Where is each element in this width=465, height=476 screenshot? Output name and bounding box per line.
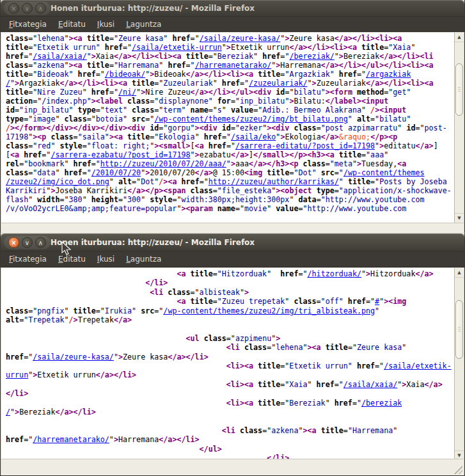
source-token: " — [285, 297, 294, 306]
source-token: href — [172, 34, 190, 43]
minimize-button[interactable]: ∨ — [22, 237, 33, 248]
source-link[interactable]: /zuzeulariak/ — [249, 79, 307, 88]
source-token — [200, 334, 204, 343]
source-link[interactable]: http://zuzeu/2010/07/20/aaa/ — [100, 159, 226, 168]
source-link[interactable]: /sarrera-editatu/?post_id=17198 — [235, 141, 375, 150]
source-token: =" — [145, 115, 154, 123]
source-link[interactable]: /bideoak/ — [105, 70, 145, 79]
menu-ikusi[interactable]: Ikusi — [91, 253, 120, 266]
close-button[interactable]: × — [8, 3, 19, 14]
menu-fitxategia[interactable]: Fitxategia — [3, 18, 52, 31]
source-link[interactable]: urrun — [6, 370, 28, 379]
source-line: flash" width="380" height="300" style="w… — [6, 195, 452, 204]
scroll-up-icon[interactable]: ▲ — [455, 268, 464, 278]
source-token: =" — [375, 361, 384, 370]
maximize-button[interactable]: ∧ — [35, 237, 46, 248]
vertical-scrollbar[interactable]: ▲ ▼ — [454, 33, 464, 223]
source-token: =" — [213, 297, 222, 306]
source-token: href — [204, 132, 222, 141]
source-link[interactable]: /zuzeu2/img/ico_dot.png — [6, 177, 109, 186]
source-token: Joseba Karrikiri — [55, 186, 127, 195]
window-title: Honen iturburua: http://zuzeu/ - Mozilla… — [51, 238, 255, 247]
source-link[interactable]: /harremanetarako/ — [195, 61, 272, 70]
source-token: =" — [24, 435, 33, 444]
source-link[interactable]: /saila/xaia/ — [343, 380, 397, 389]
source-link[interactable]: /saila/xaia/ — [33, 52, 86, 61]
source-link[interactable]: / — [6, 408, 10, 416]
source-token: width — [37, 195, 59, 204]
source-token: [ — [191, 141, 195, 150]
menu-laguntza[interactable]: Laguntza — [120, 18, 167, 31]
menu-fitxategia[interactable]: Fitxategia — [3, 253, 52, 266]
source-token: class — [6, 168, 28, 177]
source-token: Zeure kasa — [123, 353, 168, 361]
source-link[interactable]: /saila/zeure-kasa/ — [33, 353, 114, 361]
source-link[interactable]: /hitzorduak/ — [308, 269, 361, 278]
source-link[interactable]: / — [6, 79, 10, 88]
source-link[interactable]: /saila/etxetik- — [384, 361, 452, 370]
source-link[interactable]: /wp-content/themes/zuzeu2/img/tri_albist… — [163, 306, 375, 315]
source-token: Hitzorduak — [370, 269, 415, 278]
scroll-down-icon[interactable]: ▼ — [455, 213, 464, 223]
source-line: alt="Trepetak"/>Trepetak</a> — [6, 315, 452, 324]
source-token — [182, 52, 186, 61]
source-link[interactable]: /ni/ — [118, 88, 136, 97]
menu-editatu[interactable]: Editatu — [52, 18, 91, 31]
source-line: 17198"><p class="saila"><a title="Ekolog… — [6, 132, 452, 141]
scroll-up-icon[interactable]: ▲ — [455, 33, 464, 42]
scrollbar-thumb[interactable] — [455, 300, 463, 359]
source-token: href — [168, 61, 185, 70]
source-line: <li><a title="Xaia" href="/saila/xaia/">… — [6, 380, 452, 389]
titlebar[interactable]: × ∨ ∧ Honen iturburua: http://zuzeu/ - M… — [1, 234, 464, 251]
source-link[interactable]: /wp-content/themes/zuzeu2/img/bt_bilatu.… — [154, 115, 348, 123]
source-link[interactable]: /2010/07/20 — [91, 168, 141, 177]
titlebar[interactable]: × ∨ ∧ Honen iturburua: http://zuzeu/ - M… — [1, 0, 464, 17]
source-line: class="lehena"><a title="Zeure kasa" hre… — [6, 34, 452, 43]
source-token: Bideoak — [154, 70, 185, 79]
source-token: href — [6, 353, 24, 361]
source-token: </a></li> — [168, 353, 208, 361]
source-token: action — [6, 97, 33, 106]
source-link[interactable]: /argazkiak — [366, 70, 411, 79]
source-link[interactable]: /saila/etxetik-urrun — [132, 43, 222, 52]
source-token: =" — [280, 52, 289, 61]
source-token: file_esteka — [222, 186, 271, 195]
maximize-button[interactable]: ∧ — [35, 3, 46, 14]
source-link[interactable]: /wp-content/themes — [343, 168, 425, 177]
source-token: gorpu — [168, 123, 190, 132]
source-token: href — [262, 52, 280, 61]
source-link[interactable]: /saila/zeure-kasa/ — [200, 34, 281, 43]
source-token: " — [222, 43, 226, 52]
source-token: " — [55, 168, 64, 177]
minimize-button[interactable]: ∨ — [22, 3, 33, 14]
source-token: <a — [397, 159, 406, 168]
source-token: style — [59, 141, 82, 150]
source-token — [317, 426, 321, 435]
source-link[interactable]: http://zuzeu/author/karrikas/ — [209, 177, 339, 186]
close-button[interactable]: × — [8, 237, 19, 248]
resize-grip[interactable] — [453, 464, 462, 474]
source-link[interactable]: /bereziak — [361, 399, 402, 408]
source-link[interactable]: /saila/eko — [231, 132, 276, 141]
source-line: <li><a title="Etxetik urrun" href="/sail… — [6, 361, 452, 370]
menu-ikusi[interactable]: Ikusi — [91, 18, 120, 31]
source-link[interactable]: /bereziak/ — [289, 52, 334, 61]
source-token — [335, 150, 339, 159]
source-token: ><a — [109, 132, 123, 141]
source-link[interactable]: /harremanetarako/ — [33, 435, 109, 444]
menu-editatu[interactable]: Editatu — [52, 253, 91, 266]
menu-laguntza[interactable]: Laguntza — [120, 253, 167, 266]
source-token: </a></li><li><a — [186, 70, 254, 79]
scrollbar-thumb[interactable] — [455, 63, 463, 116]
source-token: href — [6, 435, 24, 444]
vertical-scrollbar[interactable]: ▲ ▼ — [454, 268, 464, 460]
source-token: =" — [285, 88, 294, 97]
source-token — [177, 177, 181, 186]
source-token: class — [6, 306, 28, 315]
source-token: s — [217, 106, 222, 115]
source-token: alt — [118, 177, 132, 186]
source-link[interactable]: /sarrera-ezabatu/?post_id=17198 — [51, 150, 190, 159]
source-token: ><a — [303, 426, 316, 435]
source-token: </small></p><h3><a — [253, 150, 335, 159]
source-token: </label><input — [326, 97, 389, 106]
